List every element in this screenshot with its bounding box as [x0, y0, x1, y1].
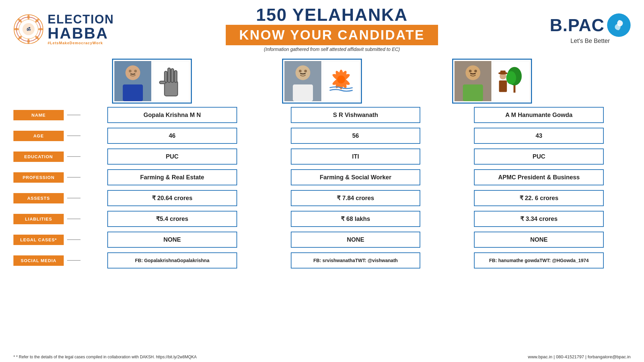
candidate-3-liabilities: ₹ 3.34 crores: [474, 211, 604, 227]
candidate-3-legal-cases: NONE: [474, 232, 604, 248]
candidate-1-photo-block: [112, 59, 192, 104]
svg-text:ॐ: ॐ: [26, 26, 31, 32]
candidate-1-party-symbol: [153, 61, 190, 101]
candidate-2-social-media: FB: srvishwanatha TWT: @vishwanath: [291, 252, 421, 268]
assets-values: ₹ 20.64 crores ₹ 7.84 crores ₹ 22. 6 cro…: [80, 190, 631, 206]
candidate-3-social-twt: TWT: @HGowda_1974: [539, 257, 589, 264]
age-label-col: AGE: [13, 131, 67, 141]
svg-rect-22: [168, 68, 171, 82]
svg-rect-23: [171, 69, 174, 82]
constituency-title: 150 YELAHANKA: [114, 6, 550, 23]
candidate-3-name: A M Hanumante Gowda: [474, 107, 604, 123]
mandala-icon: ॐ: [13, 14, 44, 44]
candidate-3-age: 43: [474, 128, 604, 144]
liabilities-row: LIABLITIES ₹5.4 crores ₹ 68 lakhs ₹ 3.34…: [13, 210, 631, 228]
asterisk-symbol: *: [13, 355, 15, 359]
subtitle-info: (Information gathered from self attested…: [114, 47, 550, 52]
svg-rect-20: [165, 81, 178, 96]
candidate-3-photo-block: [452, 59, 532, 104]
logo-text: ELECTION HABBA #LetsMakeDemocracyWork: [48, 13, 114, 45]
svg-point-41: [469, 70, 472, 72]
candidate-2-social-twt: TWT: @vishwanath: [355, 257, 398, 264]
assets-label-col: ASSESTS: [13, 193, 67, 203]
social-media-row: SOCIAL MEDIA FB: GopalakrishnaGopalakris…: [13, 252, 631, 269]
name-row: NAME Gopala Krishna M N S R Vishwanath A…: [13, 106, 631, 124]
svg-point-6: [38, 28, 43, 30]
candidate-1-liabilities: ₹5.4 crores: [107, 211, 237, 227]
candidate-3-party-symbol: [493, 61, 530, 101]
liabilities-connector: [67, 219, 80, 219]
svg-point-4: [27, 14, 30, 19]
candidate-3-photo: [454, 61, 491, 101]
bpac-circle-icon: [607, 13, 631, 37]
candidate-1-profession: Farming & Real Estate: [107, 169, 237, 185]
svg-rect-16: [123, 84, 143, 101]
legal-cases-label-col: LEGAL CASES*: [13, 235, 67, 245]
svg-point-15: [125, 65, 140, 80]
candidate-3-profession: APMC President & Business: [474, 169, 604, 185]
candidate-2-education: ITI: [291, 148, 421, 165]
profession-values: Farming & Real Estate Farming & Social W…: [80, 169, 631, 185]
candidate-1-education: PUC: [107, 148, 237, 165]
social-media-label: SOCIAL MEDIA: [13, 255, 64, 266]
education-label: EDUCATION: [13, 152, 64, 162]
education-values: PUC ITI PUC: [80, 148, 631, 165]
candidate-1-assets: ₹ 20.64 crores: [107, 190, 237, 206]
bjp-lotus-icon: [323, 61, 359, 101]
candidates-photos-row: [0, 59, 644, 104]
candidate-3-social-media: FB: hanumathe gowda TWT: @HGowda_1974: [474, 252, 604, 268]
candidate-2-photo-block: [282, 59, 362, 104]
svg-rect-50: [500, 71, 505, 74]
legal-cases-label: LEGAL CASES*: [13, 235, 64, 245]
candidate-1-social-media: FB: GopalakrishnaGopalakrishna: [107, 252, 237, 268]
age-row: AGE 46 56 43: [13, 127, 631, 144]
candidate-2-age: 56: [291, 128, 421, 144]
liabilities-label: LIABLITIES: [13, 214, 64, 224]
know-your-candidate-banner: KNOW YOUR CANDIDATE: [226, 25, 438, 45]
svg-point-46: [506, 71, 516, 84]
candidate-2-assets: ₹ 7.84 crores: [291, 190, 421, 206]
svg-point-18: [134, 70, 137, 72]
candidate-2-profession: Farming & Social Worker: [291, 169, 421, 185]
svg-point-29: [299, 70, 302, 72]
habba-label: HABBA: [48, 25, 114, 41]
bpac-swirl-icon: [610, 17, 627, 34]
svg-rect-24: [174, 71, 177, 82]
svg-point-30: [304, 70, 307, 72]
header: ॐ ELECTION HABBA #LetsMakeDemocracyWork …: [0, 0, 644, 55]
age-values: 46 56 43: [80, 128, 631, 144]
bpac-logo: B.PAC Let's Be Better: [550, 13, 631, 45]
bpac-tagline: Let's Be Better: [571, 38, 610, 45]
svg-point-27: [296, 65, 310, 80]
profession-connector: [67, 177, 80, 178]
svg-rect-40: [463, 84, 483, 101]
assets-connector: [67, 198, 80, 198]
candidate-1-portrait: [114, 61, 151, 101]
congress-hand-icon: [153, 61, 189, 101]
svg-rect-48: [499, 80, 507, 92]
name-label: NAME: [13, 110, 64, 120]
candidate-1-name: Gopala Krishna M N: [107, 107, 237, 123]
candidate-2-social-fb: FB: srvishwanatha: [313, 257, 355, 264]
profession-label: PROFESSION: [13, 172, 64, 183]
name-connector: [67, 115, 80, 115]
footer-contact: www.bpac.in | 080-41521797 | forbangalor…: [528, 354, 631, 359]
education-row: EDUCATION PUC ITI PUC: [13, 148, 631, 165]
candidate-1-photo: [114, 61, 151, 101]
candidate-3-education: PUC: [474, 148, 604, 165]
footer: * * Refer to the details of the legal ca…: [13, 354, 631, 359]
profession-row: PROFESSION Farming & Real Estate Farming…: [13, 169, 631, 186]
candidate-2-liabilities: ₹ 68 lakhs: [291, 211, 421, 227]
candidate-3-social-fb: FB: hanumathe gowda: [489, 257, 539, 264]
liabilities-values: ₹5.4 crores ₹ 68 lakhs ₹ 3.34 crores: [80, 211, 631, 227]
svg-rect-28: [293, 84, 313, 101]
candidate-3-portrait: [454, 61, 491, 101]
name-values: Gopala Krishna M N S R Vishwanath A M Ha…: [80, 107, 631, 123]
svg-point-39: [466, 65, 480, 80]
svg-point-10: [14, 28, 19, 30]
tagline-label: #LetsMakeDemocracyWork: [48, 41, 114, 45]
bpac-text: B.PAC: [550, 15, 604, 35]
social-media-connector: [67, 260, 80, 261]
candidate-3-assets: ₹ 22. 6 crores: [474, 190, 604, 206]
footer-note: * * Refer to the details of the legal ca…: [13, 355, 197, 359]
